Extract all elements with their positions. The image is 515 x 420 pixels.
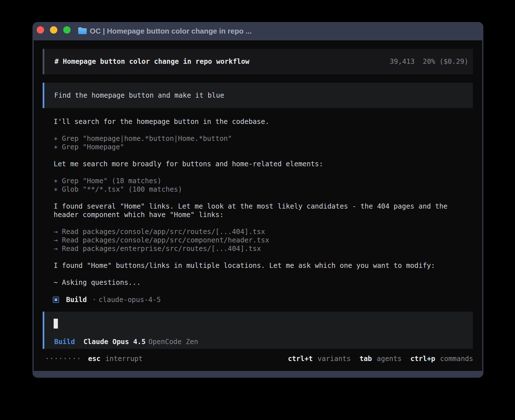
transcript-line bbox=[54, 126, 448, 134]
transcript-line: ∗ Grep "Homepage" bbox=[54, 143, 448, 151]
agent-model: claude-opus-4-5 bbox=[99, 296, 161, 304]
hint-agents: tabagents bbox=[359, 355, 401, 363]
esc-label: interrupt bbox=[105, 355, 143, 363]
input-agent-mode[interactable]: Build bbox=[54, 338, 75, 346]
transcript-line: I found several "Home" links. Let me loo… bbox=[54, 202, 448, 211]
transcript-line: ∗ Grep "homepage|home.*button|Home.*butt… bbox=[54, 134, 448, 143]
window-title: OC | Homepage button color change in rep… bbox=[90, 22, 252, 40]
spinner-dot bbox=[47, 358, 48, 359]
transcript-line bbox=[54, 219, 448, 228]
minimize-button[interactable] bbox=[50, 26, 57, 34]
input-provider: OpenCode Zen bbox=[149, 338, 198, 346]
prompt-input[interactable]: BuildClaude Opus 4.5OpenCode Zen bbox=[43, 312, 473, 349]
token-count: 39,413 bbox=[390, 57, 414, 65]
transcript-line: I'll search for the homepage button in t… bbox=[54, 117, 448, 126]
agent-task-label: Build bbox=[66, 296, 87, 304]
transcript-line: ∗ Glob "**/*.tsx" (100 matches) bbox=[54, 185, 448, 194]
agent-task-row: Build · claude-opus-4-5 bbox=[53, 296, 161, 304]
session-title: # Homepage button color change in repo w… bbox=[54, 57, 249, 66]
session-stats: 39,41320% ($0.29) bbox=[390, 57, 468, 66]
spinner-dot bbox=[56, 358, 57, 359]
transcript-line: I found "Home" buttons/links in multiple… bbox=[54, 261, 448, 270]
agent-square-icon bbox=[53, 297, 59, 303]
window-titlebar[interactable]: OC | Homepage button color change in rep… bbox=[32, 22, 483, 40]
spinner-dot bbox=[69, 358, 70, 359]
transcript-line: → Read packages/enterprise/src/routes/[.… bbox=[54, 244, 448, 253]
session-header: # Homepage button color change in repo w… bbox=[43, 49, 473, 74]
hint-variants: ctrl+tvariants bbox=[288, 355, 351, 363]
terminal-window: OC | Homepage button color change in rep… bbox=[32, 22, 483, 378]
input-status-line: BuildClaude Opus 4.5OpenCode Zen bbox=[54, 338, 198, 346]
spinner-dot bbox=[78, 358, 79, 359]
zoom-button[interactable] bbox=[63, 26, 71, 34]
spinner-dots bbox=[47, 357, 83, 359]
transcript: I'll search for the homepage button in t… bbox=[54, 117, 448, 287]
transcript-line bbox=[54, 270, 448, 278]
esc-key: esc bbox=[88, 355, 101, 363]
hint-commands: ctrl+pcommands bbox=[410, 355, 473, 363]
transcript-line bbox=[54, 151, 448, 160]
transcript-line bbox=[54, 194, 448, 202]
transcript-line: Let me search more broadly for buttons a… bbox=[54, 160, 448, 168]
spinner-dot bbox=[74, 358, 75, 359]
shortcut-hints: ctrl+tvariantstabagentsctrl+pcommands bbox=[288, 355, 473, 363]
transcript-line: header component which have "Home" links… bbox=[54, 211, 448, 219]
spinner-dot bbox=[65, 358, 66, 359]
status-bar: escinterrupt ctrl+tvariantstabagentsctrl… bbox=[34, 355, 482, 363]
transcript-line: → Read packages/console/app/src/routes/[… bbox=[54, 228, 448, 236]
transcript-line bbox=[54, 168, 448, 177]
context-usage: 20% ($0.29) bbox=[423, 57, 468, 65]
transcript-line: ~ Asking questions... bbox=[54, 278, 448, 287]
text-cursor bbox=[54, 319, 58, 329]
folder-icon bbox=[78, 28, 87, 34]
transcript-line: ∗ Grep "Home" (18 matches) bbox=[54, 177, 448, 185]
terminal-content: # Homepage button color change in repo w… bbox=[34, 40, 482, 371]
user-message-text: Find the homepage button and make it blu… bbox=[54, 91, 224, 100]
input-model[interactable]: Claude Opus 4.5 bbox=[83, 338, 145, 346]
close-button[interactable] bbox=[37, 26, 44, 34]
user-message: Find the homepage button and make it blu… bbox=[43, 83, 473, 108]
transcript-line bbox=[54, 253, 448, 261]
agent-separator: · bbox=[92, 296, 96, 304]
spinner-dot bbox=[51, 358, 52, 359]
spinner-dot bbox=[60, 358, 61, 359]
interrupt-hint: escinterrupt bbox=[88, 355, 143, 363]
transcript-line: → Read packages/console/app/src/componen… bbox=[54, 236, 448, 244]
